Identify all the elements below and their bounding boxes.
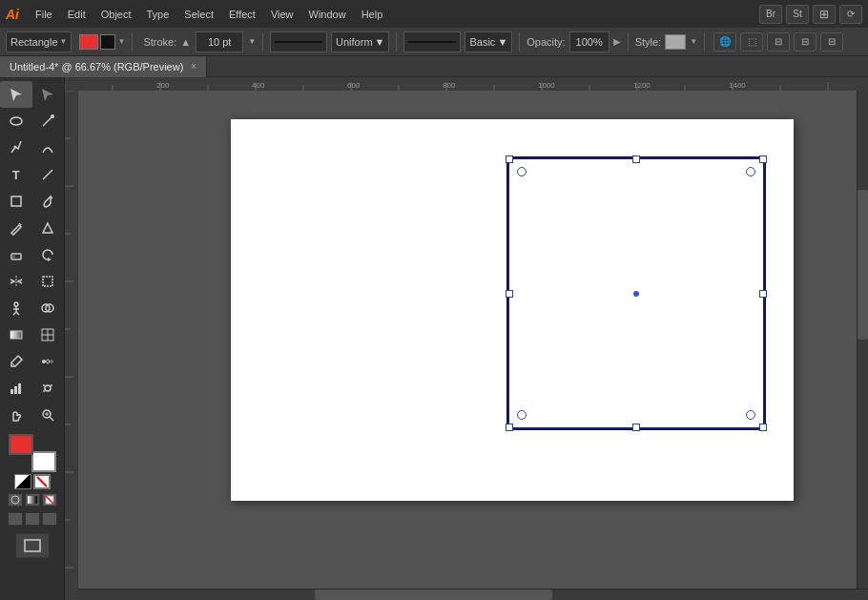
rotate-handle-tr[interactable] [746,167,755,176]
menu-window[interactable]: Window [302,6,353,23]
rotate-handle-br[interactable] [746,410,755,420]
fg-bg-colors[interactable] [9,434,56,472]
web-icon-btn[interactable]: 🌐 [713,32,736,52]
doc-tab-title: Untitled-4* @ 66.67% (RGB/Preview) [10,61,183,72]
stroke-value-input[interactable] [196,31,243,52]
handle-top-right[interactable] [759,155,767,163]
shape-builder-tool[interactable] [32,295,65,321]
fill-color-swatch[interactable] [79,34,98,50]
svg-rect-43 [25,540,40,551]
pencil-tool[interactable] [0,215,32,241]
eraser-tool[interactable] [0,241,32,268]
menu-file[interactable]: File [29,6,59,23]
free-transform-tool[interactable] [32,268,65,295]
paintbrush-tool[interactable] [32,188,65,215]
grid-btn[interactable]: ⊞ [813,5,836,24]
svg-marker-10 [48,258,52,261]
style-arrow[interactable]: ▼ [690,37,697,46]
bridge-btn[interactable]: Br [759,5,782,24]
align-btn-3[interactable]: ⊟ [820,32,843,52]
swap-colors-btn[interactable] [14,474,31,489]
line-tool[interactable] [32,161,65,188]
stroke-color-swatch[interactable] [100,34,115,50]
rect-tool[interactable] [0,188,32,215]
selected-rectangle[interactable] [507,157,765,429]
menu-select[interactable]: Select [177,6,220,23]
hand-tool[interactable] [0,402,32,428]
draw-inside-btn[interactable] [42,512,57,526]
reflect-tool[interactable] [0,268,32,295]
color-mode-btn[interactable] [8,493,23,507]
puppet-warp-tool[interactable] [0,295,32,321]
zoom-tool[interactable] [32,402,65,428]
menu-view[interactable]: View [264,6,300,23]
stroke-up-arrow[interactable]: ▲ [180,36,191,48]
separator-4 [519,32,520,52]
handle-mid-left[interactable] [506,290,513,298]
sync-btn[interactable]: ⟳ [839,5,862,24]
fg-color-box[interactable] [9,434,33,455]
doc-tab-active[interactable]: Untitled-4* @ 66.67% (RGB/Preview) × [0,56,207,77]
align-btn-1[interactable]: ⊟ [767,32,790,52]
uniform-dropdown[interactable]: Uniform ▼ [331,31,389,52]
stroke-unit-arrow[interactable]: ▼ [248,37,256,46]
rotate-tool[interactable] [32,241,65,268]
screen-mode-btn[interactable] [15,533,50,558]
menu-help[interactable]: Help [355,6,390,23]
handle-top-center[interactable] [632,155,640,163]
artboard-btn[interactable]: ⬚ [740,32,763,52]
gradient-mode-btn[interactable] [25,493,40,507]
opacity-expand[interactable]: ▶ [613,36,621,47]
scrollbar-vertical[interactable] [857,91,868,589]
stroke-line-picker[interactable] [270,31,327,52]
bg-color-box[interactable] [31,451,56,472]
lasso-tool[interactable] [0,108,32,134]
svg-line-38 [37,477,47,486]
menu-object[interactable]: Object [94,6,138,23]
pen-tool[interactable] [0,134,32,161]
curvature-tool[interactable] [32,134,65,161]
handle-mid-right[interactable] [759,290,767,298]
direct-select-tool[interactable] [32,81,65,108]
opacity-input[interactable] [569,31,610,52]
none-mode-btn[interactable] [42,493,57,507]
align-btn-2[interactable]: ⊟ [794,32,816,52]
draw-behind-btn[interactable] [25,512,40,526]
menu-type[interactable]: Type [140,6,176,23]
tool-name-dropdown[interactable]: Rectangle ▼ [6,31,72,52]
draw-normal-btn[interactable] [8,512,23,526]
selection-tool[interactable] [0,81,32,108]
handle-bottom-center[interactable] [632,424,640,431]
scrollbar-horizontal[interactable] [78,589,868,600]
rotate-handle-tl[interactable] [517,167,527,176]
menu-edit[interactable]: Edit [61,6,93,23]
text-tool[interactable]: T [0,161,32,188]
mesh-tool[interactable] [32,321,65,348]
ai-logo: Ai [6,7,19,22]
center-point [633,291,639,297]
blend-tool[interactable] [32,348,65,375]
symbol-sprayer-tool[interactable] [32,375,65,402]
svg-point-32 [51,384,52,386]
svg-text:200: 200 [156,81,170,90]
column-graph-tool[interactable] [0,375,32,402]
color-wheel-icon [10,495,20,505]
menu-effect[interactable]: Effect [222,6,262,23]
eyedropper-tool[interactable] [0,348,32,375]
canvas-viewport[interactable] [78,91,868,600]
draw-mode-row [4,510,61,528]
style-swatch[interactable] [665,34,686,50]
stroke-line-picker-2[interactable] [403,31,461,52]
none-color-btn[interactable] [33,474,51,489]
handle-top-left[interactable] [506,155,513,163]
handle-bottom-right[interactable] [759,424,767,431]
shaper-tool[interactable] [32,215,65,241]
svg-line-35 [50,417,53,421]
basic-dropdown[interactable]: Basic ▼ [465,31,512,52]
stock-btn[interactable]: St [786,5,809,24]
handle-bottom-left[interactable] [506,424,513,431]
doc-tab-close[interactable]: × [191,61,196,72]
rotate-handle-bl[interactable] [517,410,527,420]
gradient-tool[interactable] [0,321,32,348]
magic-wand-tool[interactable] [32,108,65,134]
